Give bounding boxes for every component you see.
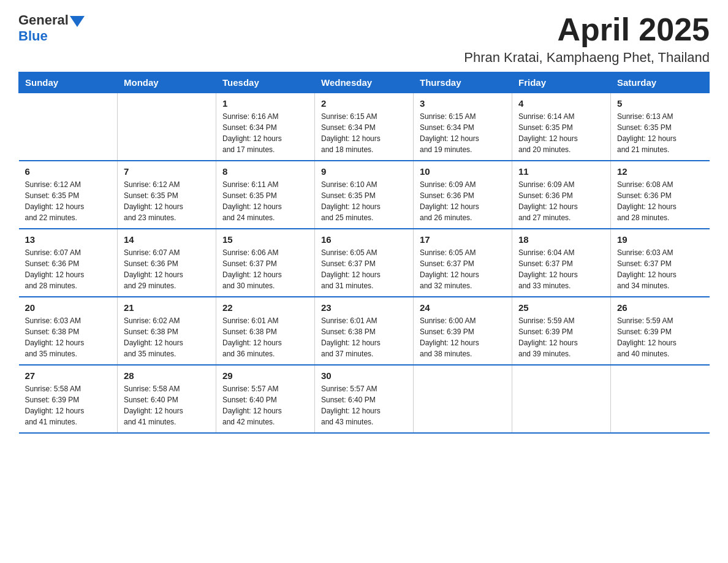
day-number: 15 <box>222 234 308 245</box>
day-number: 26 <box>617 302 703 313</box>
day-info: Sunrise: 6:16 AM Sunset: 6:34 PM Dayligh… <box>222 111 308 155</box>
day-info: Sunrise: 5:59 AM Sunset: 6:39 PM Dayligh… <box>518 315 604 359</box>
calendar-week-row: 1Sunrise: 6:16 AM Sunset: 6:34 PM Daylig… <box>19 93 710 161</box>
day-number: 21 <box>124 302 210 313</box>
calendar-header-row: SundayMondayTuesdayWednesdayThursdayFrid… <box>19 72 710 93</box>
day-number: 23 <box>321 302 407 313</box>
calendar-cell: 9Sunrise: 6:10 AM Sunset: 6:35 PM Daylig… <box>315 161 414 229</box>
day-info: Sunrise: 6:15 AM Sunset: 6:34 PM Dayligh… <box>420 111 506 155</box>
day-number: 7 <box>124 166 210 177</box>
day-number: 25 <box>518 302 604 313</box>
day-info: Sunrise: 6:07 AM Sunset: 6:36 PM Dayligh… <box>25 247 112 291</box>
calendar-week-row: 6Sunrise: 6:12 AM Sunset: 6:35 PM Daylig… <box>19 161 710 229</box>
day-info: Sunrise: 6:07 AM Sunset: 6:36 PM Dayligh… <box>124 247 210 291</box>
day-info: Sunrise: 6:13 AM Sunset: 6:35 PM Dayligh… <box>617 111 703 155</box>
calendar-cell: 30Sunrise: 5:57 AM Sunset: 6:40 PM Dayli… <box>315 365 414 433</box>
logo-blue-text: Blue <box>18 28 48 44</box>
day-number: 16 <box>321 234 407 245</box>
day-info: Sunrise: 6:01 AM Sunset: 6:38 PM Dayligh… <box>321 315 407 359</box>
calendar-cell: 12Sunrise: 6:08 AM Sunset: 6:36 PM Dayli… <box>611 161 710 229</box>
logo: General Blue <box>18 12 85 44</box>
day-number: 19 <box>617 234 703 245</box>
day-number: 30 <box>321 370 407 381</box>
day-info: Sunrise: 6:00 AM Sunset: 6:39 PM Dayligh… <box>420 315 506 359</box>
calendar-cell <box>414 365 512 433</box>
day-number: 27 <box>25 370 112 381</box>
day-number: 24 <box>420 302 506 313</box>
day-info: Sunrise: 5:58 AM Sunset: 6:40 PM Dayligh… <box>124 383 210 427</box>
calendar-cell: 18Sunrise: 6:04 AM Sunset: 6:37 PM Dayli… <box>512 229 611 297</box>
calendar-cell: 22Sunrise: 6:01 AM Sunset: 6:38 PM Dayli… <box>216 297 315 365</box>
day-info: Sunrise: 6:09 AM Sunset: 6:36 PM Dayligh… <box>420 179 506 223</box>
calendar-cell: 21Sunrise: 6:02 AM Sunset: 6:38 PM Dayli… <box>118 297 216 365</box>
day-info: Sunrise: 6:11 AM Sunset: 6:35 PM Dayligh… <box>222 179 308 223</box>
calendar-cell: 5Sunrise: 6:13 AM Sunset: 6:35 PM Daylig… <box>611 93 710 161</box>
day-info: Sunrise: 6:14 AM Sunset: 6:35 PM Dayligh… <box>518 111 604 155</box>
weekday-header-sunday: Sunday <box>19 72 118 93</box>
day-info: Sunrise: 6:05 AM Sunset: 6:37 PM Dayligh… <box>420 247 506 291</box>
calendar-cell: 3Sunrise: 6:15 AM Sunset: 6:34 PM Daylig… <box>414 93 512 161</box>
calendar-cell: 11Sunrise: 6:09 AM Sunset: 6:36 PM Dayli… <box>512 161 611 229</box>
day-number: 1 <box>222 98 308 109</box>
day-number: 28 <box>124 370 210 381</box>
day-info: Sunrise: 6:06 AM Sunset: 6:37 PM Dayligh… <box>222 247 308 291</box>
calendar-cell: 13Sunrise: 6:07 AM Sunset: 6:36 PM Dayli… <box>19 229 118 297</box>
day-number: 8 <box>222 166 308 177</box>
day-info: Sunrise: 6:08 AM Sunset: 6:36 PM Dayligh… <box>617 179 703 223</box>
day-info: Sunrise: 6:03 AM Sunset: 6:37 PM Dayligh… <box>617 247 703 291</box>
logo-general-text: General <box>18 12 69 28</box>
calendar-cell: 6Sunrise: 6:12 AM Sunset: 6:35 PM Daylig… <box>19 161 118 229</box>
day-number: 29 <box>222 370 308 381</box>
day-info: Sunrise: 5:59 AM Sunset: 6:39 PM Dayligh… <box>617 315 703 359</box>
calendar-cell: 1Sunrise: 6:16 AM Sunset: 6:34 PM Daylig… <box>216 93 315 161</box>
day-info: Sunrise: 5:57 AM Sunset: 6:40 PM Dayligh… <box>222 383 308 427</box>
calendar-cell: 10Sunrise: 6:09 AM Sunset: 6:36 PM Dayli… <box>414 161 512 229</box>
month-title: April 2025 <box>464 12 710 47</box>
weekday-header-saturday: Saturday <box>611 72 710 93</box>
calendar-cell: 17Sunrise: 6:05 AM Sunset: 6:37 PM Dayli… <box>414 229 512 297</box>
day-info: Sunrise: 5:57 AM Sunset: 6:40 PM Dayligh… <box>321 383 407 427</box>
day-info: Sunrise: 6:09 AM Sunset: 6:36 PM Dayligh… <box>518 179 604 223</box>
weekday-header-friday: Friday <box>512 72 611 93</box>
location-title: Phran Kratai, Kamphaeng Phet, Thailand <box>464 50 710 66</box>
day-number: 20 <box>25 302 112 313</box>
day-info: Sunrise: 6:15 AM Sunset: 6:34 PM Dayligh… <box>321 111 407 155</box>
logo-triangle-icon <box>70 16 85 27</box>
day-number: 11 <box>518 166 604 177</box>
calendar-cell: 25Sunrise: 5:59 AM Sunset: 6:39 PM Dayli… <box>512 297 611 365</box>
calendar-cell <box>118 93 216 161</box>
calendar-week-row: 13Sunrise: 6:07 AM Sunset: 6:36 PM Dayli… <box>19 229 710 297</box>
calendar-cell: 2Sunrise: 6:15 AM Sunset: 6:34 PM Daylig… <box>315 93 414 161</box>
day-number: 4 <box>518 98 604 109</box>
calendar-cell: 19Sunrise: 6:03 AM Sunset: 6:37 PM Dayli… <box>611 229 710 297</box>
weekday-header-wednesday: Wednesday <box>315 72 414 93</box>
day-number: 2 <box>321 98 407 109</box>
day-info: Sunrise: 6:12 AM Sunset: 6:35 PM Dayligh… <box>124 179 210 223</box>
calendar-cell: 24Sunrise: 6:00 AM Sunset: 6:39 PM Dayli… <box>414 297 512 365</box>
day-number: 18 <box>518 234 604 245</box>
calendar-cell: 7Sunrise: 6:12 AM Sunset: 6:35 PM Daylig… <box>118 161 216 229</box>
calendar-cell: 26Sunrise: 5:59 AM Sunset: 6:39 PM Dayli… <box>611 297 710 365</box>
day-number: 10 <box>420 166 506 177</box>
calendar-week-row: 20Sunrise: 6:03 AM Sunset: 6:38 PM Dayli… <box>19 297 710 365</box>
calendar-cell: 29Sunrise: 5:57 AM Sunset: 6:40 PM Dayli… <box>216 365 315 433</box>
day-info: Sunrise: 6:10 AM Sunset: 6:35 PM Dayligh… <box>321 179 407 223</box>
calendar-cell: 27Sunrise: 5:58 AM Sunset: 6:39 PM Dayli… <box>19 365 118 433</box>
calendar-cell: 28Sunrise: 5:58 AM Sunset: 6:40 PM Dayli… <box>118 365 216 433</box>
day-info: Sunrise: 6:02 AM Sunset: 6:38 PM Dayligh… <box>124 315 210 359</box>
page-header: General Blue April 2025 Phran Kratai, Ka… <box>18 12 710 66</box>
day-number: 5 <box>617 98 703 109</box>
calendar-cell: 20Sunrise: 6:03 AM Sunset: 6:38 PM Dayli… <box>19 297 118 365</box>
calendar-table: SundayMondayTuesdayWednesdayThursdayFrid… <box>18 72 710 434</box>
day-number: 6 <box>25 166 112 177</box>
calendar-cell: 23Sunrise: 6:01 AM Sunset: 6:38 PM Dayli… <box>315 297 414 365</box>
day-number: 12 <box>617 166 703 177</box>
weekday-header-thursday: Thursday <box>414 72 512 93</box>
calendar-cell: 16Sunrise: 6:05 AM Sunset: 6:37 PM Dayli… <box>315 229 414 297</box>
calendar-cell: 8Sunrise: 6:11 AM Sunset: 6:35 PM Daylig… <box>216 161 315 229</box>
day-number: 17 <box>420 234 506 245</box>
calendar-cell: 4Sunrise: 6:14 AM Sunset: 6:35 PM Daylig… <box>512 93 611 161</box>
calendar-cell <box>19 93 118 161</box>
calendar-cell: 15Sunrise: 6:06 AM Sunset: 6:37 PM Dayli… <box>216 229 315 297</box>
day-info: Sunrise: 6:12 AM Sunset: 6:35 PM Dayligh… <box>25 179 112 223</box>
